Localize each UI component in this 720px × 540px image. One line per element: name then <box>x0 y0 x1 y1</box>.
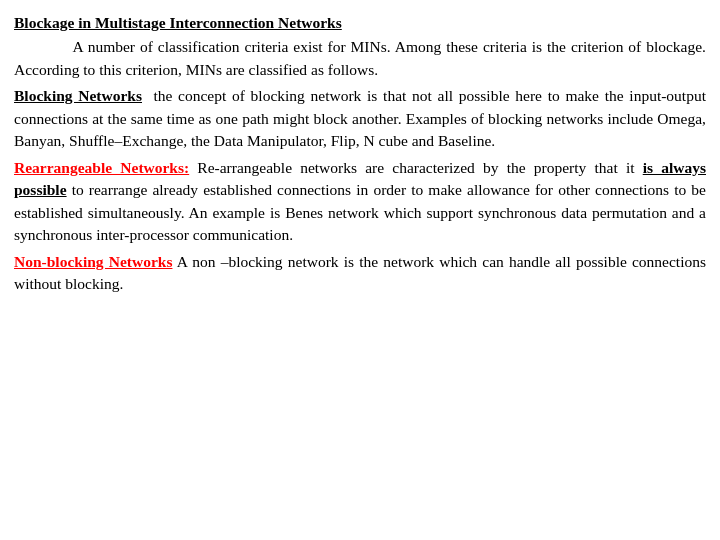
rearrangeable-section: Rearrangeable Networks: Re-arrangeable n… <box>14 157 706 247</box>
intro-indent <box>14 38 72 55</box>
intro-paragraph: A number of classification criteria exis… <box>14 36 706 81</box>
main-content: Blockage in Multistage Interconnection N… <box>0 0 720 306</box>
nonblocking-section: Non-blocking Networks A non –blocking ne… <box>14 251 706 296</box>
main-title-line: Blockage in Multistage Interconnection N… <box>14 12 706 34</box>
main-title: Blockage in Multistage Interconnection N… <box>14 14 342 31</box>
blocking-section: Blocking Networks the concept of blockin… <box>14 85 706 152</box>
blocking-label: Blocking Networks <box>14 87 142 104</box>
rearrangeable-text1: Re-arrangeable networks are characterize… <box>189 159 643 176</box>
rearrangeable-label: Rearrangeable Networks: <box>14 159 189 176</box>
rearrangeable-text2: to rearrange already established connect… <box>14 181 706 243</box>
intro-text: A number of classification criteria exis… <box>14 38 706 77</box>
nonblocking-label: Non-blocking Networks <box>14 253 172 270</box>
